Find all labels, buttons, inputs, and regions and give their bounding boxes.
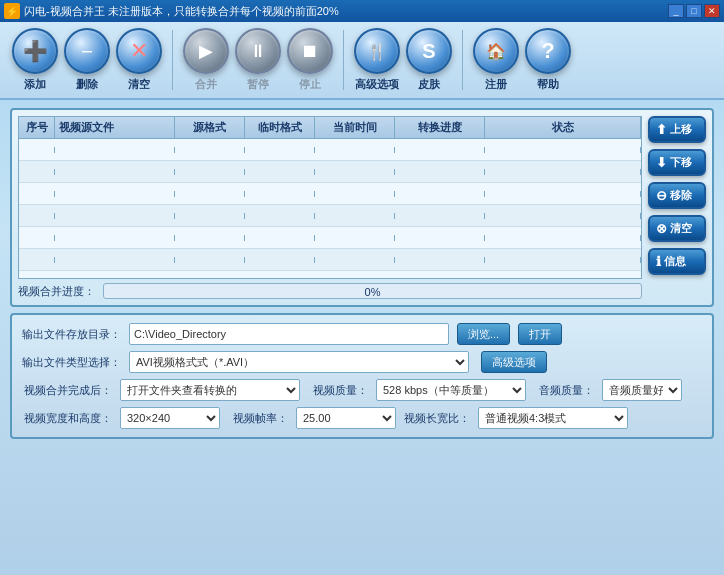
settings-section: 输出文件存放目录： 浏览... 打开 输出文件类型选择： AVI视频格式式（*.…	[10, 313, 714, 439]
progress-text: 0%	[104, 284, 641, 300]
pause-icon: ⏸	[235, 28, 281, 74]
help-icon: ?	[525, 28, 571, 74]
register-button[interactable]: 🏠 注册	[473, 28, 519, 92]
merge-button[interactable]: ▶ 合并	[183, 28, 229, 92]
clear-side-label: 清空	[670, 221, 692, 236]
after-merge-label: 视频合并完成后：	[22, 383, 112, 398]
register-label: 注册	[485, 77, 507, 92]
close-button[interactable]: ✕	[704, 4, 720, 18]
sep1	[172, 30, 173, 90]
info-icon: ℹ	[656, 254, 661, 269]
register-icon: 🏠	[473, 28, 519, 74]
toolbar: ➕ 添加 － 删除 ✕ 清空 ▶ 合并 ⏸ 暂停 ⏹ 停止 🍴 高级选项 S 皮…	[0, 22, 724, 100]
resolution-select[interactable]: 320×240 640×480 1280×720	[120, 407, 220, 429]
col-header-time: 当前时间	[315, 117, 395, 138]
table-row	[19, 139, 641, 161]
table-row	[19, 161, 641, 183]
delete-label: 删除	[76, 77, 98, 92]
col-header-num: 序号	[19, 117, 55, 138]
output-dir-row: 输出文件存放目录： 浏览... 打开	[22, 323, 702, 345]
advanced-settings-button[interactable]: 高级选项	[481, 351, 547, 373]
pause-button[interactable]: ⏸ 暂停	[235, 28, 281, 92]
table-row	[19, 227, 641, 249]
progress-bar: 0%	[103, 283, 642, 299]
delete-icon: －	[64, 28, 110, 74]
title-bar: ⚡ 闪电-视频合并王 未注册版本，只能转换合并每个视频的前面20% _ □ ✕	[0, 0, 724, 22]
remove-button[interactable]: ⊖ 移除	[648, 182, 706, 209]
col-header-tmp: 临时格式	[245, 117, 315, 138]
merge-label: 合并	[195, 77, 217, 92]
window-controls: _ □ ✕	[668, 4, 720, 18]
table-section: 序号 视频源文件 源格式 临时格式 当前时间 转换进度 状态 视频合并进度：	[10, 108, 714, 307]
table-row	[19, 183, 641, 205]
audio-quality-select[interactable]: 音频质量好	[602, 379, 682, 401]
minimize-button[interactable]: _	[668, 4, 684, 18]
resolution-row: 视频宽度和高度： 320×240 640×480 1280×720 视频帧率： …	[22, 407, 702, 429]
add-icon: ➕	[12, 28, 58, 74]
output-dir-label: 输出文件存放目录：	[22, 327, 121, 342]
aspect-label: 视频长宽比：	[404, 411, 470, 426]
open-button[interactable]: 打开	[518, 323, 562, 345]
clear-side-button[interactable]: ⊗ 清空	[648, 215, 706, 242]
file-type-label: 输出文件类型选择：	[22, 355, 121, 370]
maximize-button[interactable]: □	[686, 4, 702, 18]
stop-label: 停止	[299, 77, 321, 92]
remove-label: 移除	[670, 188, 692, 203]
col-header-src: 源格式	[175, 117, 245, 138]
advanced-label: 高级选项	[355, 77, 399, 92]
progress-section: 视频合并进度： 0%	[18, 283, 642, 299]
advanced-icon: 🍴	[354, 28, 400, 74]
table-row	[19, 249, 641, 271]
col-header-status: 状态	[485, 117, 641, 138]
side-buttons: ⬆ 上移 ⬇ 下移 ⊖ 移除 ⊗ 清空 ℹ 信息	[648, 116, 706, 299]
framerate-select[interactable]: 25.00 30.00 24.00	[296, 407, 396, 429]
up-icon: ⬆	[656, 122, 667, 137]
col-header-file: 视频源文件	[55, 117, 175, 138]
add-button[interactable]: ➕ 添加	[12, 28, 58, 92]
file-type-select[interactable]: AVI视频格式式（*.AVI）	[129, 351, 469, 373]
pause-label: 暂停	[247, 77, 269, 92]
output-dir-input[interactable]	[129, 323, 449, 345]
advanced-options-button[interactable]: 🍴 高级选项	[354, 28, 400, 92]
aspect-select[interactable]: 普通视频4:3模式 宽屏16:9模式	[478, 407, 628, 429]
table-container: 序号 视频源文件 源格式 临时格式 当前时间 转换进度 状态 视频合并进度：	[18, 116, 642, 299]
add-label: 添加	[24, 77, 46, 92]
table-header: 序号 视频源文件 源格式 临时格式 当前时间 转换进度 状态	[18, 116, 642, 139]
sep3	[462, 30, 463, 90]
quality-row: 视频合并完成后： 打开文件夹查看转换的 视频质量： 528 kbps（中等质量）…	[22, 379, 702, 401]
clear-label: 清空	[128, 77, 150, 92]
after-merge-select[interactable]: 打开文件夹查看转换的	[120, 379, 300, 401]
info-label: 信息	[664, 254, 686, 269]
window-title: 闪电-视频合并王 未注册版本，只能转换合并每个视频的前面20%	[24, 4, 668, 19]
video-quality-label: 视频质量：	[308, 383, 368, 398]
clear-button[interactable]: ✕ 清空	[116, 28, 162, 92]
up-button[interactable]: ⬆ 上移	[648, 116, 706, 143]
table-row	[19, 205, 641, 227]
clear-side-icon: ⊗	[656, 221, 667, 236]
up-label: 上移	[670, 122, 692, 137]
video-quality-select[interactable]: 528 kbps（中等质量）	[376, 379, 526, 401]
delete-button[interactable]: － 删除	[64, 28, 110, 92]
help-label: 帮助	[537, 77, 559, 92]
help-button[interactable]: ? 帮助	[525, 28, 571, 92]
down-button[interactable]: ⬇ 下移	[648, 149, 706, 176]
skin-icon: S	[406, 28, 452, 74]
stop-icon: ⏹	[287, 28, 333, 74]
audio-quality-label: 音频质量：	[534, 383, 594, 398]
resolution-label: 视频宽度和高度：	[22, 411, 112, 426]
col-header-prog: 转换进度	[395, 117, 485, 138]
info-button[interactable]: ℹ 信息	[648, 248, 706, 275]
merge-icon: ▶	[183, 28, 229, 74]
remove-icon: ⊖	[656, 188, 667, 203]
sep2	[343, 30, 344, 90]
browse-button[interactable]: 浏览...	[457, 323, 510, 345]
framerate-label: 视频帧率：	[228, 411, 288, 426]
file-type-row: 输出文件类型选择： AVI视频格式式（*.AVI） 高级选项	[22, 351, 702, 373]
stop-button[interactable]: ⏹ 停止	[287, 28, 333, 92]
clear-icon: ✕	[116, 28, 162, 74]
skin-label: 皮肤	[418, 77, 440, 92]
down-icon: ⬇	[656, 155, 667, 170]
main-content: 序号 视频源文件 源格式 临时格式 当前时间 转换进度 状态 视频合并进度：	[0, 100, 724, 447]
skin-button[interactable]: S 皮肤	[406, 28, 452, 92]
app-icon: ⚡	[4, 3, 20, 19]
